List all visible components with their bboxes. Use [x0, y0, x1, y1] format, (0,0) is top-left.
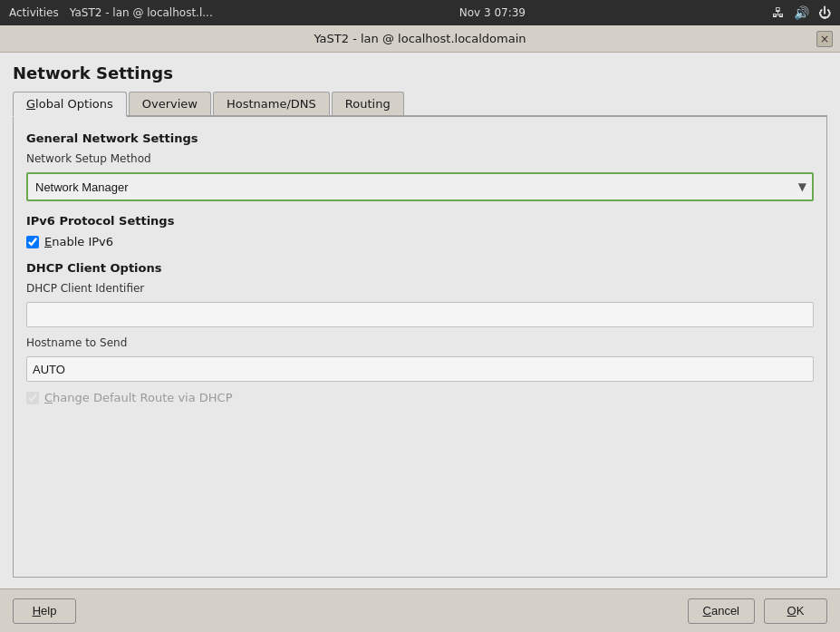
system-bar-datetime: Nov 3 07:39 [459, 6, 526, 19]
tab-routing-label: Routing [345, 97, 391, 111]
ok-button[interactable]: OK [764, 598, 827, 624]
main-content: Network Settings Global Options Overview… [0, 53, 840, 588]
cancel-button[interactable]: Cancel [688, 598, 755, 624]
ipv6-section: IPv6 Protocol Settings Enable IPv6 [26, 214, 814, 248]
close-button[interactable]: × [816, 31, 833, 47]
dhcp-identifier-label: DHCP Client Identifier [26, 282, 814, 295]
help-button[interactable]: Help [13, 598, 76, 624]
tab-global-options-label: Global Options [26, 97, 113, 111]
dhcp-identifier-input[interactable] [26, 302, 814, 327]
footer: Help Cancel OK [0, 588, 840, 632]
close-icon: × [820, 33, 829, 45]
tab-routing[interactable]: Routing [332, 92, 404, 115]
app-title-label[interactable]: YaST2 - lan @ localhost.l... [70, 6, 213, 19]
enable-ipv6-checkbox[interactable] [26, 236, 39, 248]
network-setup-method-label: Network Setup Method [26, 152, 814, 165]
activities-label[interactable]: Activities [9, 6, 59, 19]
tab-overview-label: Overview [142, 97, 198, 111]
general-network-section: General Network Settings Network Setup M… [26, 131, 814, 201]
title-bar: YaST2 - lan @ localhost.localdomain × [0, 25, 840, 53]
panel: General Network Settings Network Setup M… [13, 117, 827, 578]
general-network-title: General Network Settings [26, 131, 814, 145]
power-icon[interactable]: ⏻ [818, 5, 831, 20]
window-title: YaST2 - lan @ localhost.localdomain [314, 32, 526, 45]
tab-hostname-dns[interactable]: Hostname/DNS [213, 92, 330, 115]
network-manager-dropdown-wrapper: Network Manager Wicked Service ▼ [26, 172, 814, 201]
dhcp-section: DHCP Client Options DHCP Client Identifi… [26, 261, 814, 404]
change-default-route-label: Change Default Route via DHCP [44, 391, 233, 404]
change-default-route-row: Change Default Route via DHCP [26, 391, 814, 404]
footer-right: Cancel OK [688, 598, 827, 624]
enable-ipv6-row: Enable IPv6 [26, 235, 814, 248]
hostname-to-send-input[interactable] [26, 356, 814, 382]
ok-button-label: OK [787, 604, 805, 617]
network-setup-method-dropdown[interactable]: Network Manager Wicked Service [26, 172, 814, 201]
ipv6-title: IPv6 Protocol Settings [26, 214, 814, 228]
cancel-button-label: Cancel [703, 604, 739, 617]
tab-overview[interactable]: Overview [129, 92, 211, 115]
help-button-label: Help [33, 604, 57, 617]
system-bar-left: Activities YaST2 - lan @ localhost.l... [9, 6, 213, 19]
system-bar-right: 🖧 🔊 ⏻ [772, 5, 831, 20]
volume-icon[interactable]: 🔊 [794, 5, 809, 20]
enable-ipv6-label[interactable]: Enable IPv6 [44, 235, 113, 248]
page-title: Network Settings [13, 63, 827, 83]
dhcp-title: DHCP Client Options [26, 261, 814, 275]
network-icon[interactable]: 🖧 [772, 5, 785, 20]
tab-hostname-dns-label: Hostname/DNS [227, 97, 316, 111]
change-default-route-checkbox[interactable] [26, 392, 39, 404]
hostname-to-send-label: Hostname to Send [26, 336, 814, 349]
window: YaST2 - lan @ localhost.localdomain × Ne… [0, 25, 840, 632]
tab-global-options[interactable]: Global Options [13, 92, 127, 117]
system-bar: Activities YaST2 - lan @ localhost.l... … [0, 0, 840, 25]
tab-bar: Global Options Overview Hostname/DNS Rou… [13, 92, 827, 117]
